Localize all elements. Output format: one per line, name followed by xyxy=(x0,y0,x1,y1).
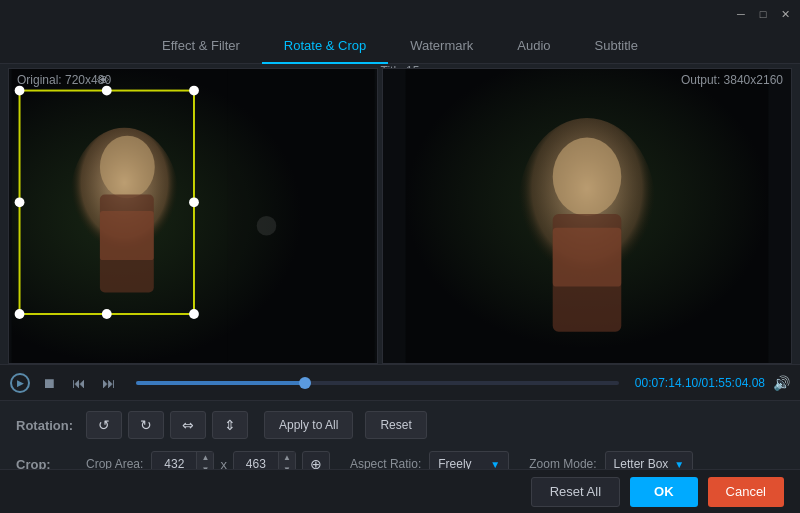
progress-thumb xyxy=(299,377,311,389)
tab-effect-filter[interactable]: Effect & Filter xyxy=(140,28,262,64)
cancel-button[interactable]: Cancel xyxy=(708,477,784,507)
zoom-mode-arrow-icon: ▼ xyxy=(674,459,684,470)
reset-all-button[interactable]: Reset All xyxy=(531,477,620,507)
rotation-row: Rotation: ↺ ↻ ⇔ ⇕ Apply to All Reset xyxy=(16,411,784,439)
rotation-label: Rotation: xyxy=(16,418,86,433)
svg-point-20 xyxy=(553,138,622,216)
right-preview-scene xyxy=(383,69,791,363)
svg-rect-5 xyxy=(100,211,154,260)
apply-to-all-button[interactable]: Apply to All xyxy=(264,411,353,439)
svg-rect-6 xyxy=(227,69,374,363)
svg-rect-22 xyxy=(553,228,622,287)
stop-button[interactable]: ⏹ xyxy=(38,373,60,393)
flip-vertical-button[interactable]: ⇕ xyxy=(212,411,248,439)
output-label: Output: 3840x2160 xyxy=(681,73,783,87)
time-display: 00:07:14.10/01:55:04.08 xyxy=(635,376,765,390)
flip-horizontal-button[interactable]: ⇔ xyxy=(170,411,206,439)
tab-subtitle[interactable]: Subtitle xyxy=(573,28,660,64)
crop-height-up-button[interactable]: ▲ xyxy=(279,452,295,464)
volume-icon[interactable]: 🔊 xyxy=(773,375,790,391)
tab-watermark[interactable]: Watermark xyxy=(388,28,495,64)
rotation-buttons: ↺ ↻ ⇔ ⇕ Apply to All Reset xyxy=(86,411,427,439)
crop-width-up-button[interactable]: ▲ xyxy=(197,452,213,464)
bottom-bar: Reset All OK Cancel xyxy=(0,469,800,513)
svg-point-12 xyxy=(15,197,25,207)
ok-button[interactable]: OK xyxy=(630,477,698,507)
progress-fill xyxy=(136,381,305,385)
svg-point-13 xyxy=(189,197,199,207)
left-preview-scene xyxy=(9,69,377,363)
maximize-button[interactable]: □ xyxy=(756,7,770,21)
svg-point-7 xyxy=(257,216,277,236)
rotate-right-button[interactable]: ↻ xyxy=(128,411,164,439)
eye-icon[interactable]: 👁 xyxy=(97,73,110,88)
preview-area: Original: 720x480 👁 xyxy=(0,64,800,364)
tab-rotate-crop[interactable]: Rotate & Crop xyxy=(262,28,388,64)
svg-point-11 xyxy=(189,86,199,96)
progress-bar[interactable] xyxy=(136,381,619,385)
aspect-ratio-arrow-icon: ▼ xyxy=(490,459,500,470)
minimize-button[interactable]: ─ xyxy=(734,7,748,21)
rotate-left-button[interactable]: ↺ xyxy=(86,411,122,439)
title-bar: ─ □ ✕ xyxy=(0,0,800,28)
svg-point-16 xyxy=(189,309,199,319)
svg-point-3 xyxy=(100,136,155,199)
svg-point-14 xyxy=(15,309,25,319)
left-preview: Original: 720x480 👁 xyxy=(8,68,378,364)
svg-point-15 xyxy=(102,309,112,319)
playback-bar: ▶ ⏹ ⏮ ⏭ 00:07:14.10/01:55:04.08 🔊 xyxy=(0,364,800,400)
next-frame-button[interactable]: ⏭ xyxy=(98,373,120,393)
tab-audio[interactable]: Audio xyxy=(495,28,572,64)
svg-point-9 xyxy=(15,86,25,96)
play-button[interactable]: ▶ xyxy=(10,373,30,393)
prev-frame-button[interactable]: ⏮ xyxy=(68,373,90,393)
tabs-bar: Effect & Filter Rotate & Crop Watermark … xyxy=(0,28,800,64)
close-button[interactable]: ✕ xyxy=(778,7,792,21)
right-preview: Output: 3840x2160 xyxy=(382,68,792,364)
reset-rotation-button[interactable]: Reset xyxy=(365,411,426,439)
